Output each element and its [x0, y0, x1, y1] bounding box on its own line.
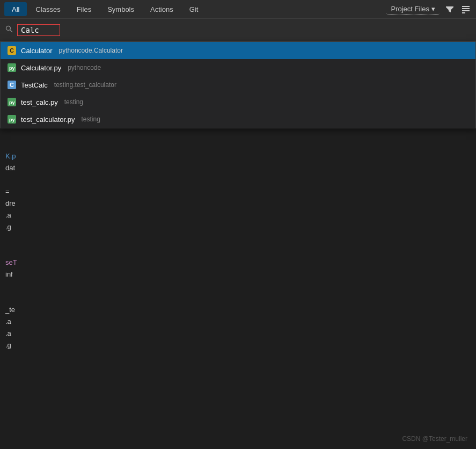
code-line: .a — [0, 328, 476, 339]
result-item-calculator-py[interactable]: py Calculator.py pythoncode — [1, 59, 475, 76]
tab-git[interactable]: Git — [182, 2, 206, 16]
search-input[interactable] — [17, 24, 60, 36]
result-item-test-calculator-py[interactable]: py test_calculator.py testing — [1, 111, 475, 128]
search-input-wrapper — [17, 24, 60, 36]
svg-point-4 — [6, 26, 11, 31]
chevron-down-icon: ▾ — [431, 5, 435, 13]
code-line — [0, 139, 476, 150]
svg-text:py: py — [9, 117, 15, 122]
watermark: CSDN @Tester_muller — [402, 435, 467, 443]
project-files-dropdown[interactable]: Project Files ▾ — [386, 4, 440, 15]
code-line — [0, 292, 476, 304]
tab-all[interactable]: All — [4, 2, 27, 16]
py-file-icon: py — [7, 97, 17, 107]
search-row — [0, 19, 476, 41]
code-line: seT — [0, 257, 476, 269]
svg-rect-1 — [462, 8, 470, 9]
code-line: K.p — [0, 150, 476, 162]
result-name: test_calc.py — [21, 98, 58, 106]
code-line — [0, 174, 476, 186]
tab-classes[interactable]: Classes — [28, 2, 68, 16]
result-name: TestCalc — [21, 81, 48, 89]
result-item-calculator-class[interactable]: C Calculator pythoncode.Calculator — [1, 42, 475, 59]
code-line — [0, 127, 476, 139]
tab-actions[interactable]: Actions — [143, 2, 181, 16]
code-line: .g — [0, 221, 476, 233]
tab-symbols[interactable]: Symbols — [100, 2, 142, 16]
code-line — [0, 233, 476, 245]
svg-line-5 — [10, 30, 13, 33]
result-path: pythoncode — [68, 64, 101, 71]
result-path: testing — [81, 115, 100, 123]
code-line: _te — [0, 304, 476, 316]
svg-rect-2 — [462, 10, 470, 11]
class-icon: C — [7, 80, 17, 90]
tab-bar: All Classes Files Symbols Actions Git Pr… — [0, 0, 476, 19]
code-line: inf — [0, 269, 476, 280]
tab-right-controls: Project Files ▾ — [386, 3, 472, 15]
search-overlay: All Classes Files Symbols Actions Git Pr… — [0, 0, 476, 128]
class-icon: C — [7, 46, 17, 55]
svg-rect-3 — [462, 12, 465, 13]
code-line: dre — [0, 198, 476, 209]
project-files-label: Project Files — [391, 5, 429, 13]
result-item-test-calc-py[interactable]: py test_calc.py testing — [1, 93, 475, 111]
svg-text:py: py — [9, 100, 15, 105]
code-line: .a — [0, 209, 476, 221]
layout-icon[interactable] — [460, 3, 472, 15]
py-file-icon: py — [7, 114, 17, 124]
result-item-testcalc[interactable]: C TestCalc testing.test_calculator — [1, 76, 475, 93]
results-dropdown: C Calculator pythoncode.Calculator py Ca… — [0, 41, 476, 128]
result-path: testing.test_calculator — [54, 81, 116, 89]
svg-rect-0 — [462, 6, 470, 7]
code-line — [0, 245, 476, 257]
result-name: test_calculator.py — [21, 115, 75, 124]
code-line: dat — [0, 162, 476, 174]
svg-text:py: py — [9, 66, 15, 71]
search-icon — [5, 25, 13, 34]
tab-files[interactable]: Files — [69, 2, 99, 16]
code-line: = — [0, 186, 476, 198]
code-line: .a — [0, 316, 476, 328]
result-path: testing — [64, 98, 83, 106]
py-file-icon: py — [7, 63, 17, 73]
result-path: pythoncode.Calculator — [59, 47, 123, 54]
code-line — [0, 280, 476, 292]
filter-icon[interactable] — [444, 3, 456, 15]
result-name: Calculator.py — [21, 64, 61, 72]
code-line: .g — [0, 339, 476, 351]
result-name: Calculator — [21, 47, 53, 55]
